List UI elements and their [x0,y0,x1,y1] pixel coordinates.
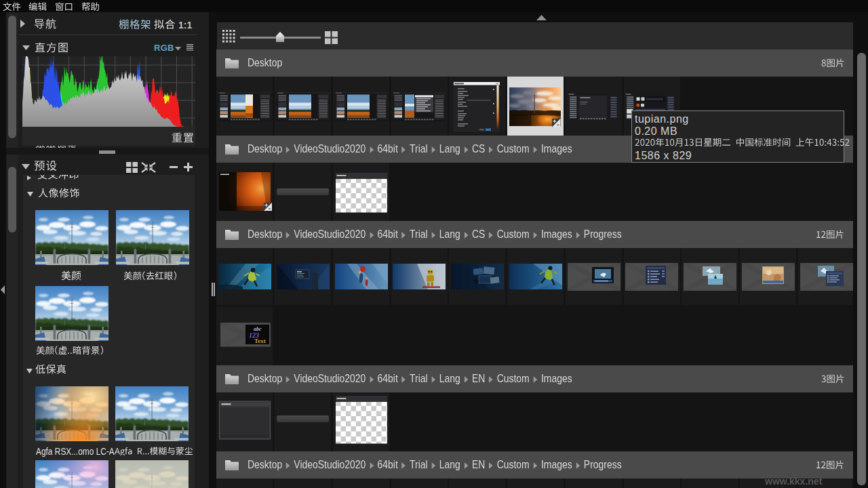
svg-text:Text: Text [254,338,266,344]
